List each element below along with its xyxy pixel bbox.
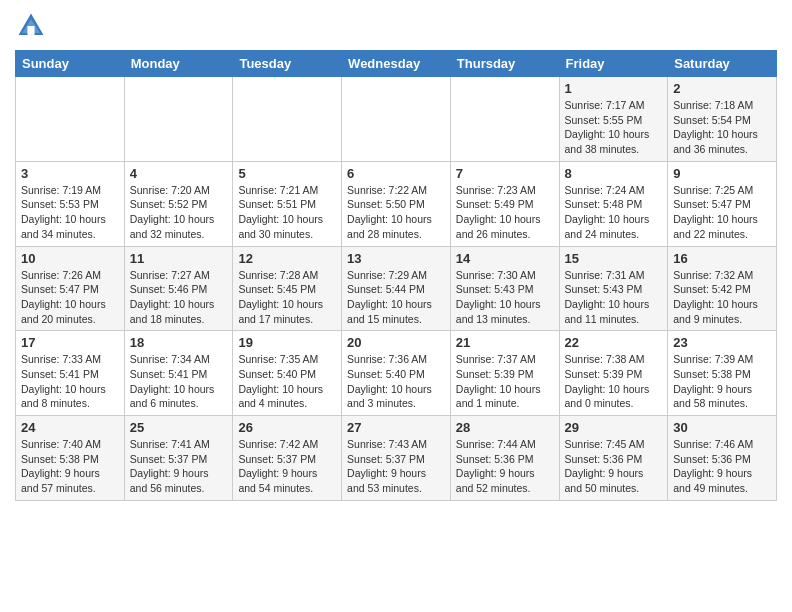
day-cell: 1Sunrise: 7:17 AM Sunset: 5:55 PM Daylig…: [559, 77, 668, 162]
day-number: 9: [673, 166, 771, 181]
header-cell-monday: Monday: [124, 51, 233, 77]
header-cell-tuesday: Tuesday: [233, 51, 342, 77]
day-info: Sunrise: 7:42 AM Sunset: 5:37 PM Dayligh…: [238, 437, 336, 496]
day-cell: 18Sunrise: 7:34 AM Sunset: 5:41 PM Dayli…: [124, 331, 233, 416]
day-number: 28: [456, 420, 554, 435]
day-number: 16: [673, 251, 771, 266]
day-info: Sunrise: 7:46 AM Sunset: 5:36 PM Dayligh…: [673, 437, 771, 496]
day-info: Sunrise: 7:44 AM Sunset: 5:36 PM Dayligh…: [456, 437, 554, 496]
day-number: 7: [456, 166, 554, 181]
day-info: Sunrise: 7:19 AM Sunset: 5:53 PM Dayligh…: [21, 183, 119, 242]
day-number: 25: [130, 420, 228, 435]
day-cell: 13Sunrise: 7:29 AM Sunset: 5:44 PM Dayli…: [342, 246, 451, 331]
header-cell-sunday: Sunday: [16, 51, 125, 77]
day-info: Sunrise: 7:29 AM Sunset: 5:44 PM Dayligh…: [347, 268, 445, 327]
day-number: 10: [21, 251, 119, 266]
day-cell: 12Sunrise: 7:28 AM Sunset: 5:45 PM Dayli…: [233, 246, 342, 331]
header: [15, 10, 777, 42]
day-info: Sunrise: 7:24 AM Sunset: 5:48 PM Dayligh…: [565, 183, 663, 242]
day-number: 12: [238, 251, 336, 266]
day-number: 24: [21, 420, 119, 435]
day-number: 13: [347, 251, 445, 266]
day-number: 22: [565, 335, 663, 350]
day-number: 2: [673, 81, 771, 96]
day-cell: [124, 77, 233, 162]
day-info: Sunrise: 7:35 AM Sunset: 5:40 PM Dayligh…: [238, 352, 336, 411]
day-info: Sunrise: 7:40 AM Sunset: 5:38 PM Dayligh…: [21, 437, 119, 496]
day-info: Sunrise: 7:45 AM Sunset: 5:36 PM Dayligh…: [565, 437, 663, 496]
calendar-table: SundayMondayTuesdayWednesdayThursdayFrid…: [15, 50, 777, 501]
day-cell: 29Sunrise: 7:45 AM Sunset: 5:36 PM Dayli…: [559, 416, 668, 501]
day-cell: 22Sunrise: 7:38 AM Sunset: 5:39 PM Dayli…: [559, 331, 668, 416]
day-cell: 24Sunrise: 7:40 AM Sunset: 5:38 PM Dayli…: [16, 416, 125, 501]
day-cell: 7Sunrise: 7:23 AM Sunset: 5:49 PM Daylig…: [450, 161, 559, 246]
day-cell: 17Sunrise: 7:33 AM Sunset: 5:41 PM Dayli…: [16, 331, 125, 416]
day-cell: [16, 77, 125, 162]
day-info: Sunrise: 7:21 AM Sunset: 5:51 PM Dayligh…: [238, 183, 336, 242]
day-info: Sunrise: 7:18 AM Sunset: 5:54 PM Dayligh…: [673, 98, 771, 157]
logo: [15, 10, 51, 42]
day-cell: 30Sunrise: 7:46 AM Sunset: 5:36 PM Dayli…: [668, 416, 777, 501]
day-cell: 15Sunrise: 7:31 AM Sunset: 5:43 PM Dayli…: [559, 246, 668, 331]
day-cell: 5Sunrise: 7:21 AM Sunset: 5:51 PM Daylig…: [233, 161, 342, 246]
day-number: 30: [673, 420, 771, 435]
svg-rect-2: [27, 26, 34, 35]
day-info: Sunrise: 7:30 AM Sunset: 5:43 PM Dayligh…: [456, 268, 554, 327]
day-cell: 28Sunrise: 7:44 AM Sunset: 5:36 PM Dayli…: [450, 416, 559, 501]
day-number: 1: [565, 81, 663, 96]
day-number: 8: [565, 166, 663, 181]
day-info: Sunrise: 7:23 AM Sunset: 5:49 PM Dayligh…: [456, 183, 554, 242]
day-cell: 25Sunrise: 7:41 AM Sunset: 5:37 PM Dayli…: [124, 416, 233, 501]
day-cell: 27Sunrise: 7:43 AM Sunset: 5:37 PM Dayli…: [342, 416, 451, 501]
day-info: Sunrise: 7:28 AM Sunset: 5:45 PM Dayligh…: [238, 268, 336, 327]
header-row: SundayMondayTuesdayWednesdayThursdayFrid…: [16, 51, 777, 77]
header-cell-wednesday: Wednesday: [342, 51, 451, 77]
day-number: 21: [456, 335, 554, 350]
day-number: 26: [238, 420, 336, 435]
day-info: Sunrise: 7:41 AM Sunset: 5:37 PM Dayligh…: [130, 437, 228, 496]
day-info: Sunrise: 7:43 AM Sunset: 5:37 PM Dayligh…: [347, 437, 445, 496]
day-number: 5: [238, 166, 336, 181]
week-row-1: 3Sunrise: 7:19 AM Sunset: 5:53 PM Daylig…: [16, 161, 777, 246]
day-number: 3: [21, 166, 119, 181]
logo-icon: [15, 10, 47, 42]
day-number: 19: [238, 335, 336, 350]
page: SundayMondayTuesdayWednesdayThursdayFrid…: [0, 0, 792, 612]
day-number: 20: [347, 335, 445, 350]
day-number: 29: [565, 420, 663, 435]
week-row-0: 1Sunrise: 7:17 AM Sunset: 5:55 PM Daylig…: [16, 77, 777, 162]
day-info: Sunrise: 7:39 AM Sunset: 5:38 PM Dayligh…: [673, 352, 771, 411]
day-info: Sunrise: 7:25 AM Sunset: 5:47 PM Dayligh…: [673, 183, 771, 242]
day-cell: [233, 77, 342, 162]
week-row-4: 24Sunrise: 7:40 AM Sunset: 5:38 PM Dayli…: [16, 416, 777, 501]
day-cell: 3Sunrise: 7:19 AM Sunset: 5:53 PM Daylig…: [16, 161, 125, 246]
day-cell: 14Sunrise: 7:30 AM Sunset: 5:43 PM Dayli…: [450, 246, 559, 331]
day-info: Sunrise: 7:20 AM Sunset: 5:52 PM Dayligh…: [130, 183, 228, 242]
day-cell: 26Sunrise: 7:42 AM Sunset: 5:37 PM Dayli…: [233, 416, 342, 501]
day-info: Sunrise: 7:31 AM Sunset: 5:43 PM Dayligh…: [565, 268, 663, 327]
week-row-3: 17Sunrise: 7:33 AM Sunset: 5:41 PM Dayli…: [16, 331, 777, 416]
day-info: Sunrise: 7:34 AM Sunset: 5:41 PM Dayligh…: [130, 352, 228, 411]
day-cell: 4Sunrise: 7:20 AM Sunset: 5:52 PM Daylig…: [124, 161, 233, 246]
header-cell-saturday: Saturday: [668, 51, 777, 77]
day-number: 11: [130, 251, 228, 266]
day-info: Sunrise: 7:22 AM Sunset: 5:50 PM Dayligh…: [347, 183, 445, 242]
day-cell: 16Sunrise: 7:32 AM Sunset: 5:42 PM Dayli…: [668, 246, 777, 331]
day-info: Sunrise: 7:38 AM Sunset: 5:39 PM Dayligh…: [565, 352, 663, 411]
day-cell: 8Sunrise: 7:24 AM Sunset: 5:48 PM Daylig…: [559, 161, 668, 246]
day-number: 4: [130, 166, 228, 181]
day-cell: 11Sunrise: 7:27 AM Sunset: 5:46 PM Dayli…: [124, 246, 233, 331]
day-cell: [342, 77, 451, 162]
day-cell: 20Sunrise: 7:36 AM Sunset: 5:40 PM Dayli…: [342, 331, 451, 416]
header-cell-friday: Friday: [559, 51, 668, 77]
day-number: 14: [456, 251, 554, 266]
day-cell: [450, 77, 559, 162]
day-info: Sunrise: 7:33 AM Sunset: 5:41 PM Dayligh…: [21, 352, 119, 411]
day-number: 6: [347, 166, 445, 181]
day-cell: 10Sunrise: 7:26 AM Sunset: 5:47 PM Dayli…: [16, 246, 125, 331]
week-row-2: 10Sunrise: 7:26 AM Sunset: 5:47 PM Dayli…: [16, 246, 777, 331]
day-cell: 9Sunrise: 7:25 AM Sunset: 5:47 PM Daylig…: [668, 161, 777, 246]
day-number: 27: [347, 420, 445, 435]
day-cell: 21Sunrise: 7:37 AM Sunset: 5:39 PM Dayli…: [450, 331, 559, 416]
day-number: 15: [565, 251, 663, 266]
